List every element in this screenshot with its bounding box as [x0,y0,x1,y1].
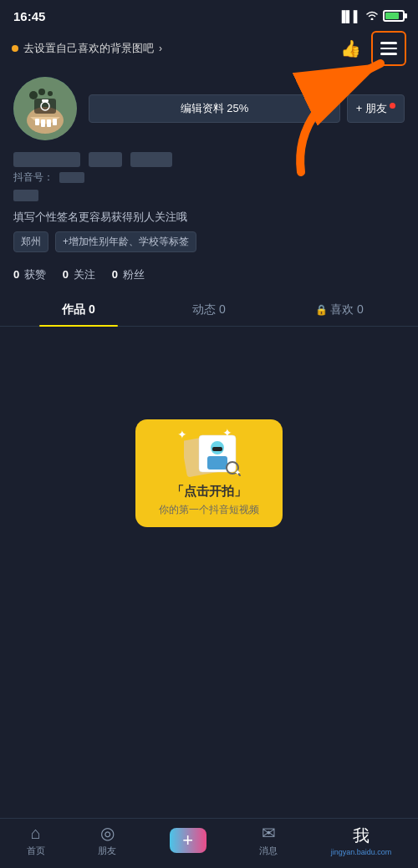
svg-point-4 [48,91,53,96]
plus-button[interactable]: + [170,828,206,853]
status-time: 16:45 [13,9,45,23]
nav-plus[interactable]: + [170,828,206,853]
svg-rect-8 [47,119,51,127]
chevron-right-icon: › [159,43,162,54]
sparkle-1: ✦ [177,428,187,441]
shoot-card-subtitle: 你的第一个抖音短视频 [159,503,259,517]
add-friend-button[interactable]: + 朋友 [347,94,405,123]
notification-banner[interactable]: 去设置自己喜欢的背景图吧 › [12,41,340,56]
menu-line-3 [380,53,397,55]
svg-rect-9 [53,119,57,125]
stat-followers[interactable]: 0 粉丝 [112,267,145,282]
wifi-icon [365,10,379,23]
stat-followers-num: 0 [112,268,118,281]
edit-profile-button[interactable]: 编辑资料 25% [89,94,340,123]
svg-rect-17 [212,447,222,451]
nav-friends[interactable]: ◎ 朋友 [98,823,116,857]
username-block-1 [13,152,80,167]
nav-messages-label: 消息 [259,845,278,857]
doyin-id-value-block [59,172,84,183]
stats-row: 0 获赞 0 关注 0 粉丝 [0,267,418,294]
svg-point-2 [29,91,38,99]
action-buttons: 编辑资料 25% + 朋友 [89,94,405,123]
username-block-3 [130,152,172,167]
avatar[interactable] [13,77,77,140]
sparkle-3: ✦ [234,468,241,477]
tabs-container: 作品 0 动态 0 🔒 喜欢 0 [0,294,418,327]
profile-actions: 编辑资料 25% + 朋友 [89,94,405,123]
friends-icon: ◎ [100,823,115,843]
svg-rect-16 [207,456,227,470]
tab-works[interactable]: 作品 0 [13,294,144,326]
svg-rect-7 [41,119,45,127]
user-info: 抖音号： [0,149,418,206]
tags-row: 郑州 +增加性别年龄、学校等标签 [13,231,405,252]
status-icons: ▐▌▌ [338,10,405,23]
lock-icon: 🔒 [315,304,328,316]
battery-icon [383,10,405,22]
svg-rect-6 [35,119,39,125]
stat-likes-label: 获赞 [24,268,46,281]
top-actions: 👍 [340,31,406,66]
watermark-area: 我 jingyan.baidu.com [331,825,392,856]
content-area: ✦ ✦ ✦ 「点击开拍」 你的第一个抖音短视频 [0,327,418,544]
menu-button[interactable] [371,31,406,66]
username-block-2 [89,152,122,167]
top-bar: 去设置自己喜欢的背景图吧 › 👍 [0,30,418,67]
username-row [13,152,405,167]
menu-line-2 [380,48,397,50]
shoot-card[interactable]: ✦ ✦ ✦ 「点击开拍」 你的第一个抖音短视频 [135,419,283,527]
tab-works-label: 作品 0 [62,302,95,317]
nav-home[interactable]: ⌂ 首页 [27,824,45,857]
plus-icon: + [182,830,193,851]
me-icon: 我 [353,825,370,847]
sparkle-2: ✦ [222,426,232,439]
thumbs-icon[interactable]: 👍 [340,38,361,58]
stat-following[interactable]: 0 关注 [63,267,95,282]
svg-point-3 [38,89,45,95]
stat-likes-num: 0 [13,268,19,281]
nav-me[interactable]: 我 jingyan.baidu.com [331,825,392,856]
messages-icon: ✉ [262,823,276,843]
tab-likes-label: 喜欢 0 [330,302,364,317]
home-icon: ⌂ [31,824,41,843]
notification-dot [12,45,18,52]
stat-following-num: 0 [63,268,69,281]
doyin-id-row: 抖音号： [13,170,405,185]
bottom-nav: ⌂ 首页 ◎ 朋友 + ✉ 消息 我 jingyan.baidu.com [0,818,418,868]
nav-home-label: 首页 [27,845,45,857]
stat-followers-label: 粉丝 [123,268,145,281]
add-friend-label: + 朋友 [356,101,387,116]
nav-friends-label: 朋友 [98,845,116,857]
tab-activity[interactable]: 动态 0 [144,294,274,326]
hamburger-icon [380,42,397,55]
status-bar: 16:45 ▐▌▌ [0,0,418,30]
bio-hint: 填写个性签名更容易获得别人关注哦 [13,210,405,225]
signal-icon: ▐▌▌ [338,10,361,23]
svg-rect-12 [42,99,48,102]
watermark-text: jingyan.baidu.com [331,848,392,856]
tag-add[interactable]: +增加性别年龄、学校等标签 [55,231,196,252]
add-friend-notification-dot [390,103,395,109]
bio-section: 填写个性签名更容易获得别人关注哦 郑州 +增加性别年龄、学校等标签 [0,206,418,267]
profile-section: 编辑资料 25% + 朋友 [0,67,418,149]
avatar-image [13,77,77,140]
tab-likes[interactable]: 🔒 喜欢 0 [274,294,405,326]
nav-messages[interactable]: ✉ 消息 [259,823,278,857]
doyin-id-label: 抖音号： [13,171,54,183]
tag-city[interactable]: 郑州 [13,231,48,252]
shoot-card-title: 「点击开拍」 [171,484,247,500]
stat-likes[interactable]: 0 获赞 [13,267,46,282]
notification-text: 去设置自己喜欢的背景图吧 [23,41,154,56]
stat-following-label: 关注 [74,268,95,281]
menu-line-1 [380,42,397,44]
extra-info-block [13,190,38,201]
tab-activity-label: 动态 0 [192,302,226,317]
shoot-card-image: ✦ ✦ ✦ [184,431,234,477]
